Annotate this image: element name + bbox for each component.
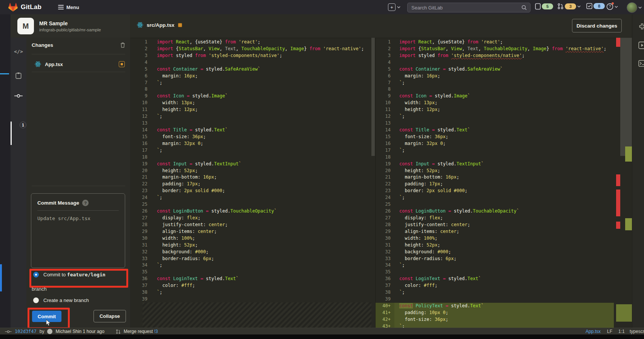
todos-button[interactable]: 8 xyxy=(586,3,605,9)
code-line[interactable]: 26const LoginButton = styled.TouchableOp… xyxy=(376,208,614,215)
code-line[interactable]: 24`; xyxy=(130,194,371,201)
status-file-name[interactable]: App.tsx xyxy=(586,328,601,335)
code-line[interactable]: 13 xyxy=(130,120,371,127)
search-bar[interactable] xyxy=(407,3,531,12)
code-line[interactable]: 34`; xyxy=(376,262,614,269)
code-line[interactable]: 33 border-radius: 6px; xyxy=(376,256,614,262)
code-line[interactable]: 11 height: 12px; xyxy=(376,106,614,113)
code-line[interactable]: 20 height: 52px; xyxy=(130,168,371,174)
radio-selected-icon[interactable] xyxy=(33,272,39,277)
rail-edit-button[interactable]: </> xyxy=(11,43,26,60)
code-line[interactable]: 33 border-radius: 6px; xyxy=(130,256,371,262)
create-new-branch-option[interactable]: Create a new branch xyxy=(33,297,89,303)
code-line[interactable]: 3import styled from 'styled-components/n… xyxy=(376,52,614,59)
diff-pane-modified[interactable]: 1import React, {useState} from 'react';2… xyxy=(376,38,614,329)
merge-requests-button[interactable]: 3 xyxy=(557,3,581,9)
code-line[interactable]: 16 margin: 32px 0; xyxy=(376,140,614,147)
run-icon[interactable] xyxy=(638,42,644,50)
code-line[interactable]: 11 height: 12px; xyxy=(130,106,371,113)
code-line[interactable]: 24`; xyxy=(376,194,614,201)
code-line[interactable]: 37 color: #fff; xyxy=(130,282,371,289)
code-line[interactable]: 19const Input = styled.TextInput` xyxy=(376,161,614,168)
code-line[interactable]: 34`; xyxy=(130,262,371,269)
code-line[interactable]: 10 width: 13px; xyxy=(376,100,614,106)
code-line[interactable]: 10 width: 13px; xyxy=(130,100,371,106)
code-line[interactable]: 5const Container = styled.SafeAreaView` xyxy=(376,66,614,73)
code-line[interactable]: 3import styled from 'styled-components/n… xyxy=(130,52,371,59)
code-line[interactable]: 17`; xyxy=(130,147,371,154)
code-line[interactable]: 29 align-items: center; xyxy=(130,228,371,235)
code-line[interactable]: 28 justify-content: center; xyxy=(376,222,614,228)
code-line[interactable]: 39 xyxy=(130,296,371,303)
code-line[interactable]: 13 xyxy=(376,120,614,127)
status-eol[interactable]: LF xyxy=(607,328,612,335)
code-line[interactable]: 39 xyxy=(376,296,614,303)
code-line[interactable]: 30 width: 100%; xyxy=(376,235,614,242)
code-line-added[interactable]: 42+ font-size: 36px; xyxy=(376,316,614,323)
code-line[interactable]: 22 padding: 17px; xyxy=(130,181,371,188)
code-line[interactable]: 1import React, {useState} from 'react'; xyxy=(376,39,614,46)
code-line[interactable]: 9const Icon = styled.Image` xyxy=(130,93,371,100)
commit-message-input[interactable]: Update src/App.tsx xyxy=(37,216,90,221)
code-line[interactable]: 32 background: #000; xyxy=(376,249,614,256)
left-pane-scrollbar[interactable] xyxy=(371,38,375,156)
code-line[interactable]: 36const LoginText = styled.Text` xyxy=(376,276,614,282)
diff-pane-original[interactable]: 1import React, {useState} from 'react';2… xyxy=(130,38,371,329)
code-line[interactable]: 36const LoginText = styled.Text` xyxy=(130,276,371,282)
code-line[interactable]: 27 display: flex; xyxy=(376,215,614,222)
code-line[interactable]: 8 xyxy=(130,86,371,93)
code-line[interactable]: 2import {StatusBar, View, Text, Touchabl… xyxy=(376,46,614,52)
code-line[interactable]: 37 color: #fff; xyxy=(376,282,614,289)
status-cursor-position[interactable]: 1:1 xyxy=(618,328,625,335)
code-line[interactable]: 15 font-size: 36px; xyxy=(376,134,614,140)
trash-icon[interactable] xyxy=(120,42,125,48)
code-line[interactable]: 6 margin: 16px; xyxy=(376,73,614,80)
merge-request-link[interactable]: Merge request !3 xyxy=(124,329,158,334)
status-language[interactable]: typescript xyxy=(630,328,644,335)
new-item-dropdown[interactable]: + xyxy=(388,3,405,11)
code-line[interactable]: 1import React, {useState} from 'react'; xyxy=(130,39,371,46)
terminal-icon[interactable] xyxy=(638,60,644,68)
user-menu[interactable] xyxy=(627,2,642,13)
changed-file-row[interactable]: App.tsx xyxy=(26,57,130,72)
code-line[interactable]: 4 xyxy=(376,59,614,66)
help-button[interactable]: ? xyxy=(606,3,618,10)
project-header[interactable]: M MR Sample infograb-public/gitlab/mr-sa… xyxy=(11,14,130,38)
code-line[interactable]: 30 width: 100%; xyxy=(130,235,371,242)
code-line[interactable]: 21 margin-bottom: 16px; xyxy=(130,174,371,181)
issues-button[interactable]: 5 xyxy=(535,3,553,10)
code-line[interactable]: 23 border: 2px solid #000; xyxy=(376,188,614,194)
code-line[interactable]: 12`; xyxy=(376,113,614,120)
code-line[interactable]: 20 height: 52px; xyxy=(376,168,614,174)
collapse-button[interactable]: Collapse xyxy=(94,310,126,322)
code-line[interactable]: 7`; xyxy=(130,80,371,86)
code-line[interactable]: 38`; xyxy=(376,289,614,296)
code-line[interactable]: 18 xyxy=(376,154,614,161)
code-line[interactable]: 28 justify-content: center; xyxy=(130,222,371,228)
code-line[interactable]: 27 display: flex; xyxy=(130,215,371,222)
code-line[interactable]: 2import {StatusBar, View, Text, Touchabl… xyxy=(130,46,371,52)
code-line[interactable]: 26const LoginButton = styled.TouchableOp… xyxy=(130,208,371,215)
code-line-added[interactable]: 40+const PolicyText = styled.Text` xyxy=(376,303,614,310)
rail-commit-button[interactable] xyxy=(11,88,26,104)
search-input[interactable] xyxy=(408,5,521,11)
discard-changes-button[interactable]: Discard changes xyxy=(572,19,622,32)
code-line[interactable]: 21 margin-bottom: 16px; xyxy=(376,174,614,181)
tab-src-app-tsx[interactable]: src/App.tsx xyxy=(137,22,182,28)
code-line[interactable]: 16 margin: 32px 0; xyxy=(130,140,371,147)
gitlab-logo[interactable]: GitLab xyxy=(8,3,41,12)
menu-button[interactable]: Menu xyxy=(58,4,79,11)
code-line[interactable]: 22 padding: 17px; xyxy=(376,181,614,188)
code-line[interactable]: 15 font-size: 36px; xyxy=(130,134,371,140)
code-line[interactable]: 38`; xyxy=(130,289,371,296)
code-line[interactable]: 7`; xyxy=(376,80,614,86)
code-line[interactable]: 17`; xyxy=(376,147,614,154)
code-line[interactable]: 14const Title = styled.Text` xyxy=(376,127,614,134)
commit-sha-link[interactable]: 102d3f47 xyxy=(15,329,37,334)
commit-to-branch-option[interactable]: Commit to feature/login xyxy=(33,272,106,277)
code-line[interactable]: 35 xyxy=(376,269,614,276)
radio-unselected-icon[interactable] xyxy=(33,297,39,303)
help-circle-icon[interactable]: ? xyxy=(82,200,89,206)
code-line[interactable]: 29 align-items: center; xyxy=(376,228,614,235)
code-line[interactable]: 25 xyxy=(130,201,371,208)
